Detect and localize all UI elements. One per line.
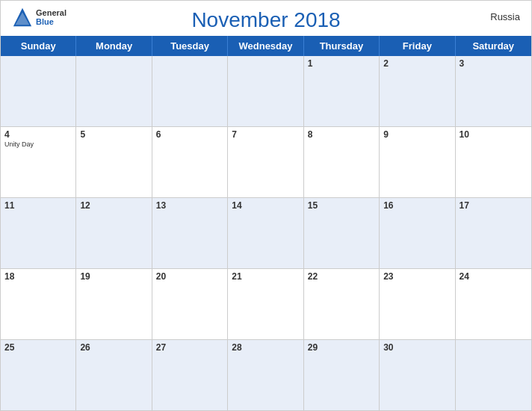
day-number: 8 [308,129,375,140]
day-number: 27 [156,342,223,353]
day-number: 20 [156,271,223,282]
day-cell-w4d5[interactable]: 22 [304,269,380,339]
day-cell-w1d4[interactable] [228,56,303,126]
day-cell-w1d5[interactable]: 1 [304,56,380,126]
day-number: 4 [4,129,72,140]
day-number: 1 [308,58,375,69]
day-cell-w1d1[interactable] [1,56,76,126]
day-number: 5 [80,129,147,140]
week-row-5: 252627282930 [1,340,531,410]
day-number: 14 [232,200,299,211]
day-cell-w5d5[interactable]: 29 [304,340,380,410]
day-cell-w3d4[interactable]: 14 [228,198,303,268]
header-monday: Monday [76,36,152,56]
week-row-3: 11121314151617 [1,198,531,269]
day-cell-w1d2[interactable] [76,56,152,126]
day-number: 9 [383,129,451,140]
day-number: 12 [80,200,147,211]
day-number: 15 [308,200,375,211]
day-cell-w4d3[interactable]: 20 [152,269,228,339]
day-number: 10 [460,129,528,140]
day-cell-w2d7[interactable]: 10 [456,127,531,197]
day-cell-w2d4[interactable]: 7 [228,127,303,197]
day-cell-w4d2[interactable]: 19 [76,269,152,339]
calendar-grid: Sunday Monday Tuesday Wednesday Thursday… [1,36,531,410]
day-cell-w4d4[interactable]: 21 [228,269,303,339]
logo-text: General Blue [36,8,66,26]
day-number: 28 [232,342,299,353]
logo: General Blue [12,7,66,28]
day-cell-w2d5[interactable]: 8 [304,127,380,197]
day-cell-w1d3[interactable] [152,56,228,126]
day-cell-w5d4[interactable]: 28 [228,340,303,410]
day-cell-w5d1[interactable]: 25 [1,340,76,410]
day-cell-w5d3[interactable]: 27 [152,340,228,410]
day-cell-w2d6[interactable]: 9 [380,127,455,197]
country-label: Russia [490,11,520,22]
calendar-header: General Blue November 2018 Russia [1,1,531,36]
day-cell-w3d2[interactable]: 12 [76,198,152,268]
day-cell-w5d7[interactable] [456,340,531,410]
header-thursday: Thursday [304,36,380,56]
day-cell-w5d2[interactable]: 26 [76,340,152,410]
day-cell-w1d6[interactable]: 2 [380,56,455,126]
logo-icon [12,7,33,28]
week-row-4: 18192021222324 [1,269,531,340]
day-cell-w3d7[interactable]: 17 [456,198,531,268]
day-number: 26 [80,342,147,353]
day-number: 2 [383,58,451,69]
day-number: 25 [4,342,72,353]
header-friday: Friday [380,36,455,56]
header-wednesday: Wednesday [228,36,303,56]
day-cell-w1d7[interactable]: 3 [456,56,531,126]
logo-general: General [36,8,66,17]
header-tuesday: Tuesday [152,36,228,56]
day-number: 7 [232,129,299,140]
day-number: 13 [156,200,223,211]
weeks-container: 1234Unity Day567891011121314151617181920… [1,56,531,410]
day-number: 21 [232,271,299,282]
day-number: 24 [460,271,528,282]
day-cell-w4d6[interactable]: 23 [380,269,455,339]
header-saturday: Saturday [456,36,531,56]
day-cell-w2d1[interactable]: 4Unity Day [1,127,76,197]
day-number: 23 [383,271,451,282]
day-cell-w3d5[interactable]: 15 [304,198,380,268]
day-headers-row: Sunday Monday Tuesday Wednesday Thursday… [1,36,531,56]
month-title: November 2018 [191,8,340,32]
day-number: 18 [4,271,72,282]
day-number: 30 [383,342,451,353]
day-number: 6 [156,129,223,140]
logo-blue: Blue [36,17,66,26]
day-number: 17 [460,200,528,211]
day-number: 29 [308,342,375,353]
day-number: 16 [383,200,451,211]
week-row-2: 4Unity Day5678910 [1,127,531,198]
event-label: Unity Day [4,140,72,148]
day-number: 3 [460,58,528,69]
day-cell-w3d3[interactable]: 13 [152,198,228,268]
day-cell-w2d2[interactable]: 5 [76,127,152,197]
day-cell-w5d6[interactable]: 30 [380,340,455,410]
day-number: 19 [80,271,147,282]
header-sunday: Sunday [1,36,76,56]
day-cell-w2d3[interactable]: 6 [152,127,228,197]
week-row-1: 123 [1,56,531,127]
day-cell-w4d7[interactable]: 24 [456,269,531,339]
day-cell-w3d1[interactable]: 11 [1,198,76,268]
day-cell-w3d6[interactable]: 16 [380,198,455,268]
calendar: General Blue November 2018 Russia Sunday… [0,0,532,411]
day-number: 11 [4,200,72,211]
day-number: 22 [308,271,375,282]
day-cell-w4d1[interactable]: 18 [1,269,76,339]
